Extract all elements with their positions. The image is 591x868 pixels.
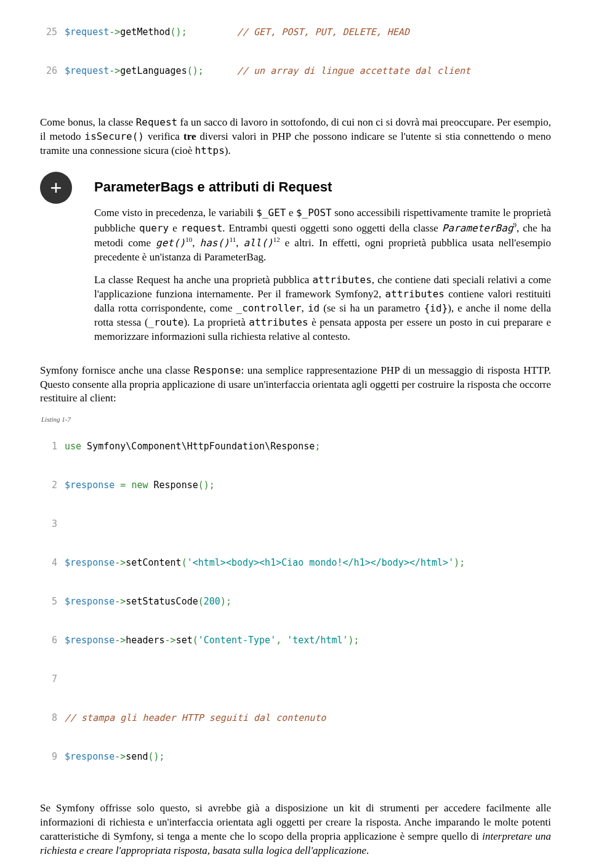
callout-plus: + ParameterBags e attributi di Request C… [40,172,551,353]
code-text: $request->getMethod(); // GET, POST, PUT… [65,26,551,39]
code-line: 26 $request->getLanguages(); // un array… [40,65,551,78]
callout-title: ParameterBags e attributi di Request [94,179,551,195]
paragraph: Come bonus, la classe Request fa un sacc… [40,116,551,158]
page: 25 $request->getMethod(); // GET, POST, … [0,0,591,868]
code-text: $request->getLanguages(); // un array di… [65,65,551,78]
line-number: 26 [40,65,65,78]
code-listing: Listing 1-7 1use Symfony\Component\HttpF… [40,414,551,789]
paragraph: Se Symfony offrisse solo questo, si avre… [40,802,551,858]
callout-body: ParameterBags e attributi di Request Com… [94,172,551,353]
code-block-request-methods: 25 $request->getMethod(); // GET, POST, … [40,0,551,103]
code-line: 25 $request->getMethod(); // GET, POST, … [40,26,551,39]
plus-icon: + [40,172,72,204]
listing-label: Listing 1-7 [41,416,71,423]
paragraph: Come visto in precedenza, le variabili $… [94,206,551,265]
code-block-response: 1use Symfony\Component\HttpFoundation\Re… [40,414,551,789]
paragraph: La classe Request ha anche una proprietà… [94,273,551,344]
paragraph: Symfony fornisce anche una classe Respon… [40,364,551,406]
line-number: 25 [40,26,65,39]
